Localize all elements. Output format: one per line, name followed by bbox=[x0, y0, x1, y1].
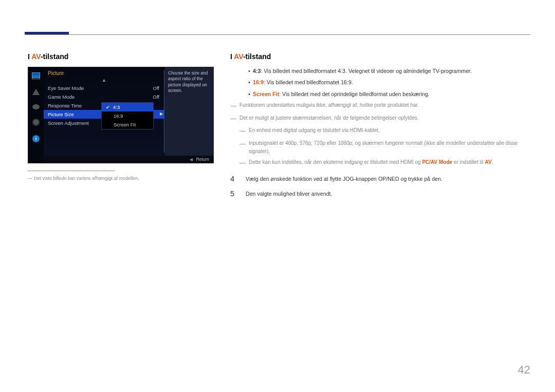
osd-item-value: Off bbox=[153, 94, 160, 100]
dash-icon: ― bbox=[230, 101, 239, 111]
bullet-dot: • bbox=[246, 90, 253, 98]
gear-icon bbox=[32, 119, 40, 126]
osd-item-value: Off bbox=[153, 85, 160, 91]
title-suffix: -tilstand bbox=[41, 52, 68, 61]
bullet-dot: • bbox=[246, 67, 253, 75]
bullet-body: : Vis billedet med billedformatet 16:9. bbox=[264, 79, 353, 85]
title-av: AV bbox=[31, 52, 41, 61]
osd-item-game-mode[interactable]: Game ModeOff bbox=[44, 92, 164, 101]
osd-footer: ◀ Return bbox=[44, 156, 213, 163]
page-number: 42 bbox=[518, 363, 530, 377]
step-number: 5 bbox=[230, 189, 246, 198]
step-text: Den valgte mulighed bliver anvendt. bbox=[246, 189, 530, 198]
check-icon: ✔ bbox=[106, 105, 110, 110]
section-title-right: I AV-tilstand bbox=[230, 52, 530, 61]
osd-help-panel: Choose the size and aspect ratio of the … bbox=[164, 67, 213, 156]
step-5: 5 Den valgte mulighed bliver anvendt. bbox=[230, 189, 530, 198]
osd-return-label: Return bbox=[196, 157, 209, 162]
bullet-body: : Vis billedet med det oprindelige bille… bbox=[279, 91, 429, 97]
dash-icon: ― bbox=[239, 126, 249, 136]
left-column: I AV-tilstand i Picture ▲ Eye Saver Mode… bbox=[28, 52, 223, 182]
note-sub-row: ― Dette kan kun indstilles, når den ekst… bbox=[239, 158, 530, 168]
footnote-divider bbox=[28, 171, 115, 171]
dash-icon: ― bbox=[239, 158, 249, 168]
bullet-label: 4:3 bbox=[253, 68, 261, 74]
bullet-list: •4:3: Vis billedet med billedformatet 4:… bbox=[246, 67, 530, 98]
bullet-screen-fit: •Screen Fit: Vis billedet med det oprind… bbox=[246, 90, 530, 98]
right-column: I AV-tilstand •4:3: Vis billedet med bil… bbox=[230, 52, 530, 198]
bullet-label: 16:9 bbox=[253, 79, 264, 85]
note-tail-mode: PC/AV Mode bbox=[422, 159, 452, 165]
image-footnote: ―Det viste billede kan variere afhængigt… bbox=[28, 175, 223, 182]
eye-icon bbox=[32, 104, 40, 109]
note-text: Dette kan kun indstilles, når den ekster… bbox=[249, 158, 530, 168]
osd-item-eye-saver[interactable]: Eye Saver ModeOff bbox=[44, 84, 164, 92]
arrow-up-icon: ▲ bbox=[44, 78, 164, 84]
osd-popup-item-4-3[interactable]: ✔4:3 bbox=[102, 103, 153, 111]
step-4: 4 Vælg den ønskede funktion ved at flytt… bbox=[230, 174, 530, 183]
dash-icon: ― bbox=[230, 114, 239, 124]
note-sub-row: ―Inputsignalet er 480p, 576p, 720p eller… bbox=[239, 139, 530, 155]
osd-menu-title: Picture bbox=[44, 67, 164, 78]
header-rule bbox=[25, 34, 530, 35]
note-tail-av: AV bbox=[485, 159, 491, 165]
bullet-label: Screen Fit bbox=[253, 91, 279, 97]
osd-popup-item-screen-fit[interactable]: Screen Fit bbox=[102, 120, 153, 129]
title-suffix: -tilstand bbox=[243, 52, 271, 61]
note-text: Funktionen understøttes muligvis ikke, a… bbox=[239, 101, 530, 111]
section-title-left: I AV-tilstand bbox=[28, 52, 223, 61]
bullet-dot: • bbox=[246, 78, 253, 86]
step-number: 4 bbox=[230, 174, 246, 183]
footnote-text: Det viste billede kan variere afhængigt … bbox=[34, 176, 139, 181]
note-tail-mid: er indstillet til bbox=[452, 159, 485, 165]
note-tail-end: . bbox=[492, 159, 493, 165]
bullet-text: 4:3: Vis billedet med billedformatet 4:3… bbox=[253, 67, 530, 75]
osd-item-label: Eye Saver Mode bbox=[48, 85, 84, 91]
osd-item-label: Picture Size bbox=[48, 111, 74, 117]
note-tail-pre: Dette kan kun indstilles, når den ekster… bbox=[249, 159, 422, 165]
note-sub-row: ―En enhed med digital udgang er tilslutt… bbox=[239, 126, 530, 136]
osd-item-label: Response Time bbox=[48, 103, 82, 108]
bullet-text: 16:9: Vis billedet med billedformatet 16… bbox=[253, 78, 530, 86]
monitor-icon bbox=[32, 72, 40, 80]
bullet-body: : Vis billedet med billedformatet 4:3. V… bbox=[261, 68, 472, 74]
note-text: En enhed med digital udgang er tilslutte… bbox=[249, 126, 530, 136]
osd-popup-item-16-9[interactable]: 16:9 bbox=[102, 111, 153, 120]
bullet-text: Screen Fit: Vis billedet med det oprinde… bbox=[253, 90, 530, 98]
triangle-icon bbox=[32, 89, 40, 95]
step-text: Vælg den ønskede funktion ved at flytte … bbox=[246, 174, 530, 183]
osd-popup-label: 16:9 bbox=[114, 113, 123, 119]
note-row: ―Funktionen understøttes muligvis ikke, … bbox=[230, 101, 530, 111]
bullet-4-3: •4:3: Vis billedet med billedformatet 4:… bbox=[246, 67, 530, 75]
arrow-left-icon: ◀ bbox=[190, 157, 193, 162]
osd-screenshot: i Picture ▲ Eye Saver ModeOff Game ModeO… bbox=[28, 67, 214, 163]
note-list: ―Funktionen understøttes muligvis ikke, … bbox=[230, 101, 530, 167]
info-icon: i bbox=[32, 135, 40, 142]
dash-icon: ― bbox=[239, 139, 249, 155]
osd-item-label: Game Mode bbox=[48, 94, 75, 100]
note-text: Det er muligt at justere skærmstørrelsen… bbox=[239, 114, 530, 124]
title-av: AV bbox=[234, 52, 243, 61]
osd-popup-label: 4:3 bbox=[113, 104, 120, 110]
osd-popup-menu: ✔4:3 16:9 Screen Fit bbox=[101, 102, 154, 129]
osd-popup-label: Screen Fit bbox=[114, 122, 136, 127]
osd-item-label: Screen Adjustment bbox=[48, 120, 89, 126]
note-row: ―Det er muligt at justere skærmstørrelse… bbox=[230, 114, 530, 124]
note-text: Inputsignalet er 480p, 576p, 720p eller … bbox=[249, 139, 530, 155]
osd-sidebar: i bbox=[28, 67, 44, 163]
bullet-16-9: •16:9: Vis billedet med billedformatet 1… bbox=[246, 78, 530, 86]
